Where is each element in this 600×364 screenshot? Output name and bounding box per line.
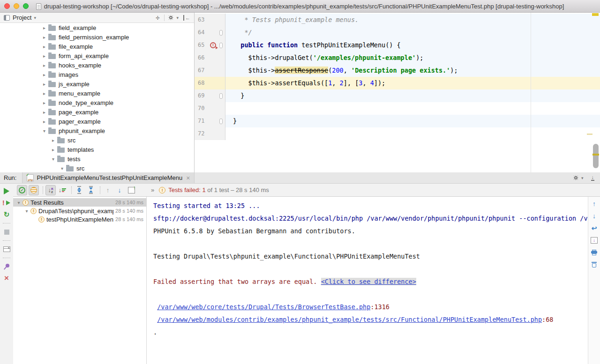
editor-scrollbar[interactable] (593, 144, 599, 168)
expand-arrow-icon[interactable]: ▸ (40, 63, 48, 68)
project-tree-item[interactable]: ▸field_permission_example (0, 32, 194, 42)
collapse-arrow-icon[interactable]: ▾ (49, 156, 57, 162)
code-text[interactable]: */ (225, 26, 600, 39)
project-tree-item[interactable]: ▸field_example (0, 23, 194, 32)
project-tree-item[interactable]: ▸form_api_example (0, 51, 194, 60)
folder-icon (48, 45, 56, 50)
expand-arrow-icon[interactable]: ▸ (40, 100, 48, 105)
project-tree-item[interactable]: ▾tests (0, 154, 194, 163)
code-text[interactable]: public function testPhpUnitExampleMenu()… (225, 39, 600, 52)
rerun-tests-button[interactable] (2, 187, 11, 195)
expand-arrow-icon[interactable]: ▸ (49, 138, 57, 143)
console-line: Testing started at 13:25 ... (153, 200, 588, 212)
expand-arrow-icon[interactable]: ▸ (40, 91, 48, 96)
code-text[interactable] (225, 102, 600, 115)
zoom-window-button[interactable] (23, 3, 29, 9)
close-window-button[interactable] (4, 3, 10, 9)
show-passed-button[interactable]: ✓ (17, 185, 27, 195)
expand-arrow-icon[interactable]: ▸ (49, 147, 57, 152)
code-editor[interactable]: 63 * Tests phpunit_example menus.64 */65… (195, 13, 600, 172)
code-text[interactable]: $this->assertEquals([1, 2], [3, 4]); (225, 77, 600, 89)
expand-arrow-icon[interactable]: ▸ (40, 35, 48, 40)
next-failed-test-button[interactable]: ↓ (114, 185, 125, 195)
pin-tab-button[interactable] (2, 262, 11, 271)
soft-wrap-icon: ↩ (592, 224, 597, 232)
project-tree-item[interactable]: ▸page_example (0, 107, 194, 117)
expand-all-button[interactable] (74, 185, 84, 195)
console-text: Testing started at 13:25 ... (153, 202, 260, 209)
project-tree-item[interactable]: ▸js_example (0, 79, 194, 89)
code-text[interactable]: $this->assertResponse(200, 'Description … (225, 64, 600, 77)
toggle-auto-test-button[interactable]: ↻ (2, 210, 11, 219)
print-button[interactable] (590, 248, 599, 256)
fold-handle-icon[interactable] (219, 119, 223, 124)
folder-icon (48, 119, 56, 125)
expand-arrow-icon[interactable]: ▸ (40, 82, 48, 87)
import-test-results-button[interactable]: ↑ (126, 185, 136, 195)
project-settings-gear-icon[interactable]: ▾ (169, 15, 179, 20)
overflow-chevrons-icon[interactable]: » (151, 186, 154, 193)
run-configuration-tab[interactable]: ✓php PHPUnitExampleMenuTest.testPhpUnitE… (22, 172, 195, 183)
close-icon[interactable]: × (186, 175, 190, 181)
folder-icon (48, 91, 56, 97)
rerun-failed-test-icon[interactable]: ! (210, 42, 216, 48)
project-tree-item[interactable]: ▸hooks_example (0, 60, 194, 70)
hide-run-panel-button[interactable]: ↓ (591, 175, 595, 181)
stack-trace-link[interactable]: /var/www/web/modules/contrib/examples/ph… (157, 316, 542, 323)
expand-arrow-icon[interactable]: ▸ (40, 53, 48, 59)
code-text[interactable]: } (225, 89, 600, 102)
project-tree-item[interactable]: ▾phpunit_example (0, 126, 194, 135)
restore-layout-button[interactable] (2, 245, 11, 253)
close-run-panel-button[interactable]: × (2, 274, 11, 282)
hide-panel-button[interactable]: ← (183, 15, 190, 21)
fold-handle-icon[interactable] (219, 43, 223, 48)
collapse-all-button[interactable] (86, 185, 96, 195)
sort-by-duration-button[interactable]: ↓ (57, 185, 68, 195)
minimize-window-button[interactable] (14, 3, 19, 9)
project-tree-item[interactable]: ▸templates (0, 145, 194, 154)
collapse-arrow-icon[interactable]: ▾ (40, 128, 48, 134)
test-tree-item[interactable]: ▾!Test Results28 s 140 ms (13, 198, 146, 207)
test-tree-item[interactable]: ▾!Drupal\Tests\phpunit_example\Functiona… (13, 207, 146, 215)
sort-alphabetically-button[interactable]: ↓az (45, 185, 56, 195)
expand-arrow-icon[interactable]: ▸ (40, 110, 48, 115)
soft-wrap-button[interactable]: ↩ (590, 224, 599, 232)
test-tree-item[interactable]: !testPhpUnitExampleMenu28 s 140 ms (13, 215, 146, 223)
expand-arrow-icon[interactable]: ▸ (40, 44, 48, 49)
project-tree-item[interactable]: ▸file_example (0, 42, 194, 51)
run-settings-gear-icon[interactable]: ▾ (574, 176, 584, 180)
code-text[interactable]: } (225, 115, 600, 127)
fold-handle-icon[interactable] (219, 30, 223, 36)
test-console[interactable]: Testing started at 13:25 ...sftp://docke… (147, 197, 588, 364)
project-tree-item[interactable]: ▸node_type_example (0, 98, 194, 107)
expand-arrow-icon[interactable]: ▸ (40, 119, 48, 124)
collapse-arrow-icon[interactable]: ▾ (23, 208, 30, 214)
clear-all-button[interactable] (590, 260, 599, 268)
rerun-failed-tests-button[interactable]: ! (2, 199, 11, 207)
expand-arrow-icon[interactable]: ▸ (40, 72, 48, 77)
scroll-to-end-icon: ↓ (591, 237, 598, 244)
show-ignored-button[interactable] (29, 185, 39, 195)
chevron-down-icon[interactable]: ▾ (34, 15, 36, 20)
navigate-up-button[interactable]: ↑ (590, 200, 599, 208)
see-difference-link[interactable]: <Click to see difference> (321, 278, 416, 285)
project-tree-item[interactable]: ▸pager_example (0, 117, 194, 126)
previous-failed-test-button[interactable]: ↑ (103, 185, 113, 195)
project-tree-item[interactable]: ▸menu_example (0, 89, 194, 98)
scroll-to-end-button[interactable]: ↓ (590, 236, 599, 244)
project-tree-item[interactable]: ▸src (0, 135, 194, 145)
code-text[interactable]: $this->drupalGet('/examples/phpunit-exam… (225, 52, 600, 64)
fold-handle-icon[interactable] (219, 93, 223, 99)
collapse-arrow-icon[interactable]: ▾ (15, 200, 22, 205)
project-tree-item[interactable]: ▾src (0, 163, 194, 172)
divider (71, 186, 72, 194)
expand-arrow-icon[interactable]: ▸ (40, 25, 48, 30)
stop-button[interactable] (2, 228, 11, 236)
code-text[interactable] (225, 127, 600, 140)
project-tree-item[interactable]: ▸images (0, 70, 194, 79)
stack-trace-link[interactable]: /var/www/web/core/tests/Drupal/Tests/Bro… (157, 303, 370, 311)
collapse-arrow-icon[interactable]: ▾ (58, 166, 66, 171)
scroll-from-source-button[interactable]: ÷ (156, 15, 159, 21)
navigate-down-button[interactable]: ↓ (590, 212, 599, 220)
code-text[interactable]: * Tests phpunit_example menus. (225, 14, 600, 26)
